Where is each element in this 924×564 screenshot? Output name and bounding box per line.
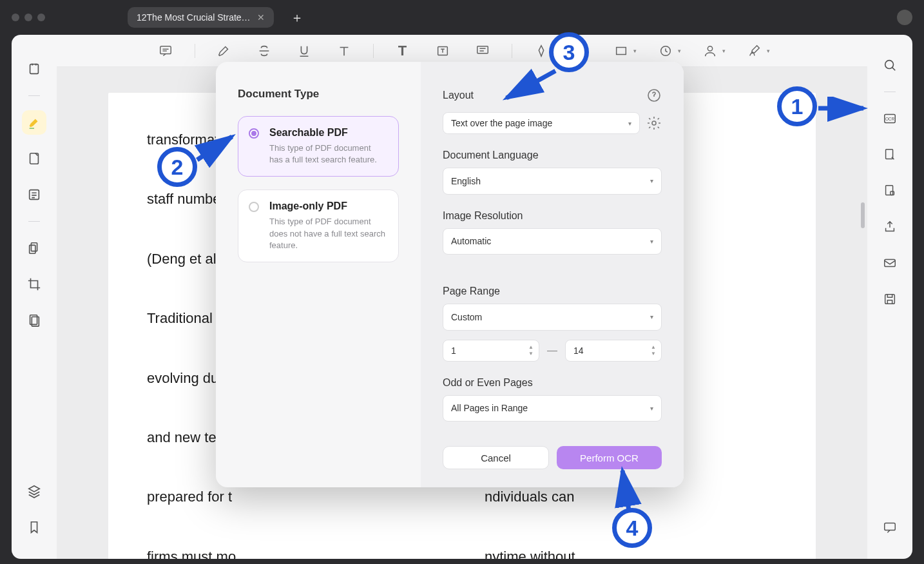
- rail-divider: [28, 221, 40, 222]
- resolution-label: Image Resolution: [443, 210, 662, 222]
- chevron-down-icon: ▾: [650, 313, 653, 320]
- note-tool-icon[interactable]: [22, 146, 46, 171]
- bookmark-icon[interactable]: [22, 515, 46, 540]
- document-tab[interactable]: 12The Most Crucial Strate… ✕: [128, 7, 274, 28]
- cancel-button[interactable]: Cancel: [443, 446, 549, 469]
- underline-icon[interactable]: [293, 40, 315, 62]
- highlight-tool-icon[interactable]: [22, 110, 46, 135]
- help-icon[interactable]: [646, 88, 662, 103]
- crop-icon[interactable]: [22, 272, 46, 297]
- mail-icon[interactable]: [878, 251, 902, 275]
- secure-icon[interactable]: [878, 179, 902, 203]
- chevron-down-icon: ▾: [633, 48, 637, 54]
- comment-icon[interactable]: [155, 40, 177, 62]
- svg-rect-3: [31, 243, 37, 251]
- svg-point-24: [652, 121, 656, 125]
- rail-divider: [28, 95, 40, 96]
- perform-ocr-button[interactable]: Perform OCR: [557, 446, 662, 469]
- range-label: Page Range: [443, 286, 662, 297]
- stepper[interactable]: ▲▼: [651, 345, 656, 356]
- resolution-select[interactable]: Automatic ▾: [443, 228, 662, 255]
- search-icon[interactable]: [878, 53, 902, 77]
- select-value: All Pages in Range: [451, 403, 528, 413]
- close-window-icon[interactable]: [12, 14, 19, 21]
- chevron-down-icon: ▾: [722, 48, 726, 54]
- svg-rect-7: [160, 46, 171, 53]
- ocr-modal: Document Type Searchable PDF This type o…: [216, 62, 684, 487]
- svg-text:OCR: OCR: [885, 117, 895, 121]
- select-value: Text over the page image: [451, 118, 552, 128]
- avatar[interactable]: [897, 10, 912, 25]
- svg-line-26: [197, 137, 232, 160]
- doctype-searchable-option[interactable]: Searchable PDF This type of PDF document…: [238, 116, 399, 177]
- modal-right-panel: Layout Text over the page image ▾ Docume…: [421, 62, 684, 487]
- reader-icon[interactable]: [22, 182, 46, 207]
- chat-icon[interactable]: [878, 515, 902, 540]
- rectangle-icon: [610, 40, 632, 62]
- text-size-icon[interactable]: [333, 40, 355, 62]
- text-tool-icon[interactable]: T: [392, 40, 414, 62]
- toolbar-divider: [195, 44, 195, 58]
- gear-icon[interactable]: [646, 115, 662, 131]
- svg-rect-22: [885, 523, 896, 530]
- radio-icon: [249, 202, 259, 212]
- radio-icon: [249, 128, 259, 139]
- user-dropdown[interactable]: ▾: [699, 40, 726, 62]
- layout-label: Layout: [443, 90, 474, 101]
- layout-select[interactable]: Text over the page image ▾: [443, 112, 640, 134]
- language-select[interactable]: English ▾: [443, 168, 662, 195]
- doctype-desc: This type of PDF document has a full tex…: [269, 142, 387, 166]
- scrollbar-thumb[interactable]: [861, 202, 865, 228]
- svg-rect-9: [477, 46, 488, 53]
- window-controls[interactable]: [12, 14, 45, 21]
- textbox-icon[interactable]: [432, 40, 454, 62]
- select-value: English: [451, 176, 481, 186]
- save-icon[interactable]: [878, 287, 902, 311]
- svg-point-13: [707, 46, 712, 50]
- doctype-title: Searchable PDF: [269, 127, 387, 139]
- maximize-window-icon[interactable]: [37, 14, 45, 21]
- range-to-input[interactable]: 14 ▲▼: [565, 340, 662, 362]
- tab-title: 12The Most Crucial Strate…: [137, 12, 251, 23]
- close-tab-icon[interactable]: ✕: [257, 12, 265, 23]
- paste-icon[interactable]: [22, 308, 46, 333]
- oddeven-select[interactable]: All Pages in Range ▾: [443, 395, 662, 422]
- document-type-heading: Document Type: [238, 88, 399, 101]
- add-tab-button[interactable]: ＋: [291, 9, 303, 26]
- svg-rect-18: [886, 186, 893, 195]
- doctype-imageonly-option[interactable]: Image-only PDF This type of PDF document…: [238, 190, 399, 262]
- highlighter-icon[interactable]: [213, 40, 235, 62]
- input-value: 1: [451, 345, 456, 356]
- thumbnails-icon[interactable]: [22, 57, 46, 81]
- user-icon: [699, 40, 721, 62]
- select-value: Automatic: [451, 236, 491, 246]
- ocr-icon[interactable]: OCR: [878, 106, 902, 131]
- callout-4: 4: [612, 508, 652, 548]
- callout-icon[interactable]: [472, 40, 494, 62]
- range-separator: —: [547, 345, 557, 356]
- copy-icon[interactable]: [22, 236, 46, 260]
- svg-rect-11: [616, 47, 626, 54]
- layers-icon[interactable]: [22, 479, 46, 503]
- rail-divider: [884, 92, 896, 92]
- doctype-desc: This type of PDF document does not have …: [269, 216, 387, 251]
- minimize-window-icon[interactable]: [24, 14, 32, 21]
- chevron-down-icon: ▾: [767, 48, 770, 54]
- language-label: Document Language: [443, 150, 662, 161]
- oddeven-label: Odd or Even Pages: [443, 377, 662, 389]
- signature-dropdown[interactable]: ▾: [744, 40, 770, 62]
- stepper[interactable]: ▲▼: [528, 345, 534, 356]
- svg-rect-19: [890, 191, 894, 195]
- svg-line-27: [506, 71, 555, 98]
- input-value: 14: [573, 345, 584, 356]
- callout-3: 3: [549, 32, 589, 72]
- edit-page-icon[interactable]: [878, 142, 902, 167]
- arrow-icon: [193, 129, 245, 168]
- status-dropdown[interactable]: ▾: [655, 40, 681, 62]
- shape-dropdown[interactable]: ▾: [610, 40, 637, 62]
- range-from-input[interactable]: 1 ▲▼: [443, 340, 539, 362]
- range-select[interactable]: Custom ▾: [443, 304, 662, 331]
- toolbar-divider: [512, 44, 512, 58]
- strikethrough-icon[interactable]: [253, 40, 275, 62]
- share-icon[interactable]: [878, 215, 902, 239]
